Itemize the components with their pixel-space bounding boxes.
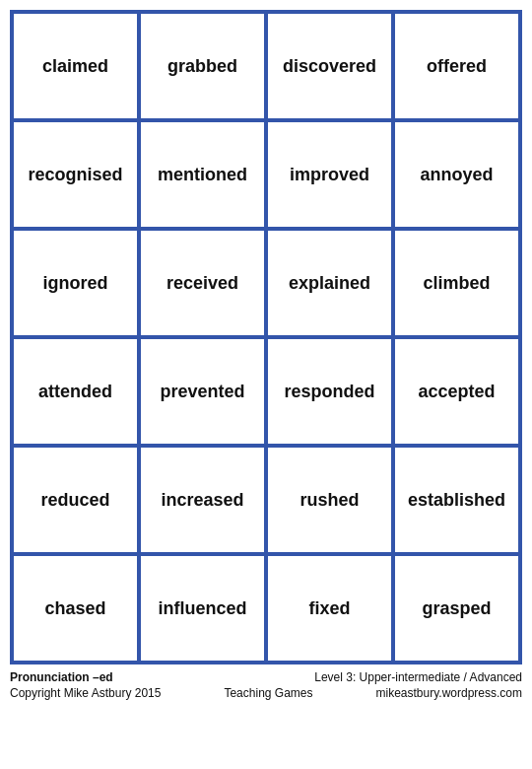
word-cell-20: chased (12, 554, 139, 663)
word-cell-22: fixed (266, 554, 393, 663)
word-cell-1: grabbed (139, 12, 266, 120)
footer: Pronunciation –ed Level 3: Upper-interme… (10, 670, 522, 700)
word-cell-13: prevented (139, 337, 266, 446)
word-cell-19: established (393, 446, 520, 554)
word-cell-4: recognised (12, 120, 139, 229)
footer-website: mikeastbury.wordpress.com (376, 686, 523, 700)
word-cell-17: increased (139, 446, 266, 554)
word-cell-16: reduced (12, 446, 139, 554)
word-cell-0: claimed (12, 12, 139, 120)
word-cell-7: annoyed (393, 120, 520, 229)
word-cell-10: explained (266, 229, 393, 337)
word-cell-23: grasped (393, 554, 520, 663)
word-cell-14: responded (266, 337, 393, 446)
word-cell-8: ignored (12, 229, 139, 337)
word-cell-12: attended (12, 337, 139, 446)
word-grid: claimedgrabbeddiscoveredofferedrecognise… (10, 10, 522, 664)
word-cell-11: climbed (393, 229, 520, 337)
word-cell-15: accepted (393, 337, 520, 446)
footer-title: Pronunciation –ed (10, 670, 113, 684)
word-cell-9: received (139, 229, 266, 337)
word-cell-6: improved (266, 120, 393, 229)
word-cell-18: rushed (266, 446, 393, 554)
footer-copyright: Copyright Mike Astbury 2015 (10, 686, 161, 700)
footer-teaching: Teaching Games (224, 686, 312, 700)
footer-level: Level 3: Upper-intermediate / Advanced (314, 670, 522, 684)
word-cell-3: offered (393, 12, 520, 120)
word-cell-5: mentioned (139, 120, 266, 229)
word-cell-21: influenced (139, 554, 266, 663)
word-cell-2: discovered (266, 12, 393, 120)
